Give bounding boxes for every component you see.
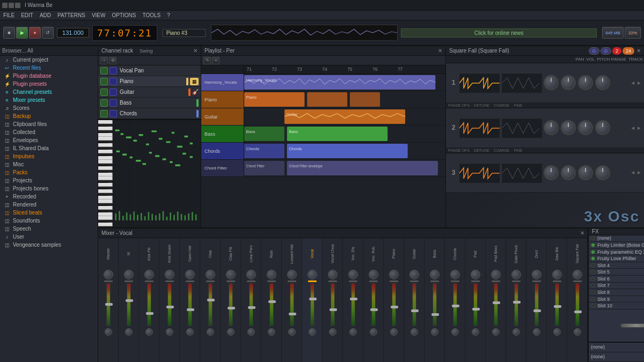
piano-black-key[interactable] (98, 130, 108, 133)
mixer-vol-knob-19[interactable] (492, 328, 500, 336)
osc-knob-1-1[interactable] (544, 75, 559, 90)
track-content-chord-filter[interactable]: Chord Filter Chord Filter envelope (244, 160, 445, 176)
osc-wave-alt-3[interactable] (501, 163, 541, 182)
osc-knob-2-2[interactable] (561, 120, 576, 135)
mixer-fader-thumb-9[interactable] (289, 313, 296, 315)
mixer-vol-knob-0[interactable] (105, 328, 112, 336)
mixer-send-9[interactable] (288, 280, 296, 282)
mixer-pan-3[interactable] (165, 270, 174, 279)
mixer-send-22[interactable] (553, 280, 561, 282)
piano-black-key[interactable] (98, 124, 108, 127)
sidebar-item-projects-bones[interactable]: ◫Projects bones (0, 184, 98, 193)
mixer-pan-5[interactable] (206, 270, 215, 279)
fx-slot-none-top[interactable]: (none) (589, 235, 644, 242)
sidebar-item-scores[interactable]: ♬Scores (0, 104, 98, 112)
mixer-pan-0[interactable] (104, 270, 113, 279)
mixer-send-6[interactable] (226, 280, 235, 282)
osc-arrow-right-3[interactable]: ► (636, 169, 642, 175)
mixer-pan-17[interactable] (450, 270, 460, 279)
mixer-send-15[interactable] (410, 280, 419, 282)
mixer-track-22[interactable]: Saw Ble (547, 238, 567, 362)
mixer-vol-knob-18[interactable] (472, 328, 479, 336)
fx-slot-8[interactable]: Slot 8 (589, 289, 644, 296)
mixer-vol-knob-7[interactable] (247, 328, 255, 336)
mixer-track-2[interactable]: Kick Fill (139, 238, 159, 362)
menu-tools[interactable]: TOOLS (141, 12, 162, 18)
sidebar-item-backup[interactable]: ◫Backup (0, 112, 98, 120)
piano-white-key[interactable] (98, 120, 113, 124)
pan-knob-header[interactable]: ⊙ (589, 47, 599, 55)
track-content-piano[interactable]: Piano (244, 91, 445, 108)
sidebar-item-channel-presets[interactable]: ≡Channel presets (0, 88, 98, 96)
fx-slot-10[interactable]: Slot 10 (589, 302, 644, 309)
mixer-send-12[interactable] (349, 280, 357, 282)
mixer-fader-thumb-8[interactable] (268, 300, 276, 303)
mixer-vol-knob-8[interactable] (268, 328, 275, 336)
mixer-send-16[interactable] (430, 280, 439, 282)
mixer-fader-thumb-14[interactable] (391, 306, 398, 308)
record-button[interactable]: ● (29, 27, 41, 39)
sidebar-item-mixer-presets[interactable]: ≡Mixer presets (0, 96, 98, 104)
mixer-track-15[interactable]: Guitar (404, 238, 425, 362)
mixer-send-7[interactable] (247, 280, 255, 282)
mixer-vol-knob-22[interactable] (553, 328, 561, 336)
mixer-track-14[interactable]: Piano (384, 238, 404, 362)
mixer-send-13[interactable] (369, 280, 378, 282)
mixer-pan-8[interactable] (267, 270, 276, 279)
osc-knob-2-3[interactable] (578, 120, 593, 135)
sidebar-item-recent-files[interactable]: ↩Recent files (0, 64, 98, 72)
mixer-vol-knob-9[interactable] (288, 328, 296, 336)
minimize-button[interactable] (2, 3, 8, 8)
track-label-guitar[interactable]: Guitar (201, 108, 244, 125)
piano-white-key[interactable] (98, 176, 113, 180)
playlist-close[interactable]: ✕ (438, 48, 442, 54)
sidebar-item-plugin-database[interactable]: ⚡Plugin database (0, 72, 98, 80)
osc-close[interactable]: ✕ (636, 48, 641, 54)
mixer-fader-thumb-0[interactable] (105, 303, 113, 306)
mixer-pan-9[interactable] (287, 270, 297, 279)
ch-green-btn-bass[interactable] (100, 99, 108, 107)
sidebar-item-sliced-beats[interactable]: ◫Sliced beats (0, 209, 98, 217)
mixer-vol-knob-1[interactable] (125, 328, 133, 336)
mixer-send-21[interactable] (532, 280, 541, 282)
track-label-harmony[interactable]: Harmony_Vocals (201, 74, 244, 91)
play-button[interactable]: ▶ (16, 27, 28, 39)
mixer-send-23[interactable] (573, 280, 582, 282)
mixer-pan-11[interactable] (328, 270, 338, 279)
mixer-vol-knob-4[interactable] (186, 328, 194, 336)
fx-slot-6[interactable]: Slot 6 (589, 276, 644, 283)
mixer-vol-knob-20[interactable] (513, 328, 520, 336)
menu-file[interactable]: FILE (2, 12, 16, 18)
fx-bottom-slot-1[interactable]: (none) Post (589, 343, 644, 352)
mixer-vol-knob-13[interactable] (370, 328, 377, 336)
piano-white-key[interactable] (98, 137, 113, 141)
mixer-track-8[interactable]: Ride (261, 238, 282, 362)
osc-wave-alt-2[interactable] (501, 118, 541, 137)
piano-white-key[interactable] (98, 127, 113, 130)
piano-black-key[interactable] (98, 153, 108, 156)
osc-knob-3-4[interactable] (595, 165, 610, 180)
mixer-fader-thumb-21[interactable] (533, 309, 541, 312)
mixer-close[interactable]: ✕ (580, 230, 584, 236)
mixer-pan-13[interactable] (369, 270, 378, 279)
osc-arrow-left-1[interactable]: ◄ (630, 80, 635, 86)
mixer-send-11[interactable] (328, 280, 337, 282)
mixer-fader-thumb-20[interactable] (513, 301, 521, 304)
menu-options[interactable]: OPTIONS (111, 12, 137, 18)
mixer-track-6[interactable]: Clap Fill (221, 238, 241, 362)
sidebar-item-plugin-presets[interactable]: ⚡Plugin presets (0, 80, 98, 88)
ch-green-btn-guitar[interactable] (100, 88, 108, 96)
mixer-fader-thumb-18[interactable] (472, 308, 480, 311)
piano-black-key[interactable] (98, 193, 108, 196)
mixer-send-14[interactable] (390, 280, 398, 282)
mixer-vol-knob-5[interactable] (207, 328, 214, 336)
sidebar-item-il-shared-data[interactable]: ◫IL Shared Data (0, 144, 98, 152)
sidebar-item-current-project[interactable]: ♪Current project (0, 56, 98, 64)
piano-white-key[interactable] (98, 216, 113, 220)
piano-black-key[interactable] (98, 187, 108, 189)
loop-button[interactable]: ↺ (42, 27, 54, 39)
channel-row-piano[interactable]: Piano ▦ (98, 76, 201, 87)
ch-blue-btn-chords[interactable] (109, 110, 117, 117)
menu-patterns[interactable]: PATTERNS (56, 12, 86, 18)
piano-white-key[interactable] (98, 200, 113, 203)
